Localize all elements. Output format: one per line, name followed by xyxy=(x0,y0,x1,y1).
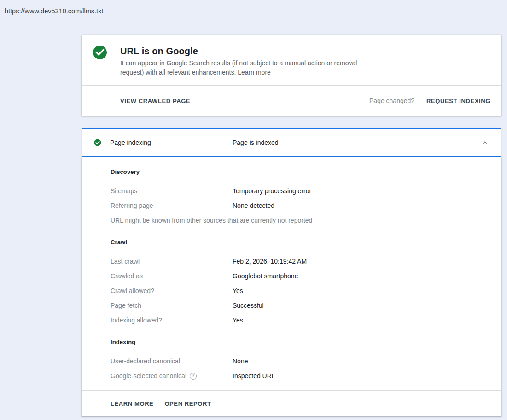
learn-more-link[interactable]: Learn more xyxy=(238,69,271,76)
detail-row: User-declared canonical None xyxy=(111,357,490,366)
row-value: Temporary processing error xyxy=(233,186,311,196)
row-label: User-declared canonical xyxy=(111,357,233,366)
row-value: Successful xyxy=(233,301,264,310)
page-changed-label: Page changed? xyxy=(369,97,414,104)
row-label: Google-selected canonical ? xyxy=(111,371,233,380)
chevron-up-icon[interactable] xyxy=(479,137,490,148)
row-label: Crawl allowed? xyxy=(111,286,233,295)
url-inspection-input[interactable]: https://www.dev5310.com/llms.txt xyxy=(5,7,502,15)
help-icon[interactable]: ? xyxy=(190,373,197,380)
learn-more-button[interactable]: LEARN MORE xyxy=(111,397,153,411)
panel-body: Discovery Sitemaps Temporary processing … xyxy=(82,157,501,390)
row-value: Googlebot smartphone xyxy=(233,271,298,281)
view-crawled-page-button[interactable]: VIEW CRAWLED PAGE xyxy=(120,94,190,108)
detail-row: Sitemaps Temporary processing error xyxy=(111,186,490,196)
section-heading-indexing: Indexing xyxy=(111,339,490,346)
row-label: Page fetch xyxy=(111,301,233,310)
row-label: Sitemaps xyxy=(111,186,233,196)
detail-row: Indexing allowed? Yes xyxy=(111,316,490,325)
detail-row: Last crawl Feb 2, 2026, 10:19:42 AM xyxy=(111,257,490,266)
detail-row: Crawled as Googlebot smartphone xyxy=(111,271,490,281)
row-value: Yes xyxy=(233,316,243,325)
verdict-card: URL is on Google It can appear in Google… xyxy=(82,35,501,116)
verdict-actions: VIEW CRAWLED PAGE Page changed? REQUEST … xyxy=(82,86,501,116)
detail-row: Google-selected canonical ? Inspected UR… xyxy=(111,371,490,380)
verdict-main: URL is on Google It can appear in Google… xyxy=(82,35,501,85)
check-circle-icon xyxy=(92,44,108,61)
row-label: Referring page xyxy=(111,201,233,210)
row-label: Indexing allowed? xyxy=(111,316,233,325)
section-heading-discovery: Discovery xyxy=(111,168,490,176)
detail-row: Page fetch Successful xyxy=(111,301,490,310)
verdict-text: URL is on Google It can appear in Google… xyxy=(120,44,379,77)
url-inspection-bar: https://www.dev5310.com/llms.txt xyxy=(0,0,507,22)
detail-row: Crawl allowed? Yes xyxy=(111,286,490,295)
request-indexing-button[interactable]: REQUEST INDEXING xyxy=(426,94,490,108)
section-heading-crawl: Crawl xyxy=(111,239,490,246)
page-indexing-title: Page indexing xyxy=(110,139,233,146)
row-value: None detected xyxy=(233,201,274,210)
open-report-button[interactable]: OPEN REPORT xyxy=(164,397,211,411)
discovery-note: URL might be known from other sources th… xyxy=(111,216,490,225)
detail-row: Referring page None detected xyxy=(111,201,490,210)
panel-footer: LEARN MORE OPEN REPORT xyxy=(82,391,501,416)
page-indexing-status: Page is indexed xyxy=(233,139,479,146)
actions-right: Page changed? REQUEST INDEXING xyxy=(369,94,490,108)
row-label-text: Google-selected canonical xyxy=(111,371,186,380)
verdict-description: It can appear in Google Search results (… xyxy=(120,58,379,77)
row-value: Yes xyxy=(233,286,243,295)
verdict-title: URL is on Google xyxy=(120,46,379,57)
row-label: Last crawl xyxy=(111,257,233,266)
row-value: Inspected URL xyxy=(233,371,275,380)
check-circle-icon xyxy=(93,138,102,147)
page-indexing-details: Discovery Sitemaps Temporary processing … xyxy=(82,157,501,416)
row-label: Crawled as xyxy=(111,271,233,281)
row-value: Feb 2, 2026, 10:19:42 AM xyxy=(233,257,307,266)
page-indexing-header[interactable]: Page indexing Page is indexed xyxy=(82,128,501,157)
row-value: None xyxy=(233,357,248,366)
main-content: URL is on Google It can appear in Google… xyxy=(82,22,501,416)
